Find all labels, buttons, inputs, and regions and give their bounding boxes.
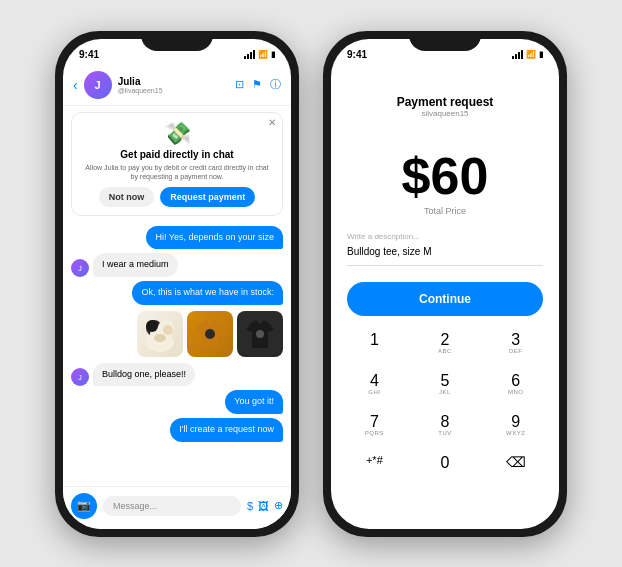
chat-messages: Hi! Yes, depends on your size J I wear a… [63, 222, 291, 446]
flag-icon[interactable]: ⚑ [252, 78, 262, 91]
chat-screen: 9:41 📶 ▮ ‹ J Julia @ [63, 39, 291, 529]
payment-amount-section: $60 Total Price [331, 126, 559, 224]
key-2[interactable]: 2 ABC [410, 324, 481, 363]
key-8-num: 8 [414, 414, 477, 430]
continue-button[interactable]: Continue [347, 282, 543, 316]
payment-username: silvaqueen15 [347, 109, 543, 118]
description-placeholder: Write a description... [347, 232, 543, 241]
wifi-icon-2: 📶 [526, 50, 536, 59]
header-action-icons: ⊡ ⚑ ⓘ [235, 77, 281, 92]
contact-avatar: J [84, 71, 112, 99]
payment-description: Write a description... Bulldog tee, size… [347, 232, 543, 266]
key-2-num: 2 [414, 332, 477, 348]
key-7-num: 7 [343, 414, 406, 430]
info-icon[interactable]: ⓘ [270, 77, 281, 92]
promo-description: Allow Julia to pay you by debit or credi… [82, 163, 272, 181]
message-input[interactable]: Message... [103, 496, 241, 516]
promo-icon: 💸 [82, 121, 272, 147]
numeric-keypad: 1 2 ABC 3 DEF 4 GHI [331, 324, 559, 480]
svg-point-6 [154, 334, 166, 342]
description-text: Bulldog tee, size M [347, 246, 432, 257]
contact-username: @livaqueen15 [118, 87, 229, 94]
notch-2 [409, 31, 481, 51]
keypad-row-2: 4 GHI 5 JKL 6 MNO [339, 365, 551, 404]
product-image-dog [137, 311, 183, 357]
phone-chat: 9:41 📶 ▮ ‹ J Julia @ [55, 31, 299, 537]
key-8-sub: TUV [414, 430, 477, 437]
status-time: 9:41 [79, 49, 99, 60]
key-4-sub: GHI [343, 389, 406, 396]
key-4[interactable]: 4 GHI [339, 365, 410, 404]
key-3[interactable]: 3 DEF [480, 324, 551, 363]
key-2-sub: ABC [414, 348, 477, 355]
key-5-sub: JKL [414, 389, 477, 396]
message-6: I'll create a request now [170, 418, 283, 442]
key-0[interactable]: 0 [410, 447, 481, 479]
key-9[interactable]: 9 WXYZ [480, 406, 551, 445]
dollar-icon[interactable]: $ [247, 500, 253, 512]
key-7[interactable]: 7 PQRS [339, 406, 410, 445]
message-4: Bulldog one, please!! [93, 363, 195, 387]
chat-header: ‹ J Julia @livaqueen15 ⊡ ⚑ ⓘ [63, 67, 291, 106]
key-special[interactable]: +*# [339, 447, 410, 479]
key-5[interactable]: 5 JKL [410, 365, 481, 404]
msg-avatar-2: J [71, 368, 89, 386]
wifi-icon: 📶 [258, 50, 268, 59]
status-icons-2: 📶 ▮ [512, 50, 543, 59]
phone-payment: 9:41 📶 ▮ Payment request silvaqueen15 [323, 31, 567, 537]
promo-close-button[interactable]: ✕ [268, 117, 276, 128]
key-1-num: 1 [343, 332, 406, 348]
key-7-sub: PQRS [343, 430, 406, 437]
message-1: Hi! Yes, depends on your size [146, 226, 283, 250]
svg-point-5 [163, 325, 173, 335]
message-4-wrapper: J Bulldog one, please!! [71, 363, 283, 387]
battery-icon-2: ▮ [539, 50, 543, 59]
key-0-num: 0 [414, 455, 477, 471]
message-3: Ok, this is what we have in stock: [132, 281, 283, 305]
plus-icon[interactable]: ⊕ [274, 499, 283, 512]
svg-point-8 [256, 330, 264, 338]
product-image-tshirt-black [237, 311, 283, 357]
delete-icon: ⌫ [484, 455, 547, 469]
svg-point-7 [205, 329, 215, 339]
promo-buttons: Not now Request payment [82, 187, 272, 207]
status-time-2: 9:41 [347, 49, 367, 60]
payment-screen: 9:41 📶 ▮ Payment request silvaqueen15 [331, 39, 559, 529]
payment-amount-label: Total Price [347, 206, 543, 216]
video-call-icon[interactable]: ⊡ [235, 78, 244, 91]
key-4-num: 4 [343, 373, 406, 389]
msg-avatar: J [71, 259, 89, 277]
message-2: I wear a medium [93, 253, 178, 277]
key-delete[interactable]: ⌫ [480, 447, 551, 479]
svg-point-4 [146, 320, 158, 332]
not-now-button[interactable]: Not now [99, 187, 155, 207]
payment-header: Payment request silvaqueen15 [331, 67, 559, 126]
message-5: You got it! [225, 390, 283, 414]
camera-button[interactable]: 📷 [71, 493, 97, 519]
back-button[interactable]: ‹ [73, 77, 78, 93]
signal-icon [244, 51, 255, 59]
product-image-tshirt-orange [187, 311, 233, 357]
contact-name: Julia [118, 76, 229, 87]
promo-banner: ✕ 💸 Get paid directly in chat Allow Juli… [71, 112, 283, 216]
payment-amount: $60 [347, 150, 543, 202]
key-special-label: +*# [343, 455, 406, 466]
promo-title: Get paid directly in chat [82, 149, 272, 160]
key-9-sub: WXYZ [484, 430, 547, 437]
key-3-num: 3 [484, 332, 547, 348]
keypad-row-3: 7 PQRS 8 TUV 9 WXYZ [339, 406, 551, 445]
chat-input-bar: 📷 Message... $ 🖼 ⊕ [63, 486, 291, 529]
key-8[interactable]: 8 TUV [410, 406, 481, 445]
image-icon[interactable]: 🖼 [258, 500, 269, 512]
request-payment-button[interactable]: Request payment [160, 187, 255, 207]
signal-icon-2 [512, 51, 523, 59]
key-3-sub: DEF [484, 348, 547, 355]
key-6[interactable]: 6 MNO [480, 365, 551, 404]
payment-title: Payment request [347, 95, 543, 109]
key-1[interactable]: 1 [339, 324, 410, 363]
keypad-row-4: +*# 0 ⌫ [339, 447, 551, 479]
message-2-wrapper: J I wear a medium [71, 253, 283, 277]
key-5-num: 5 [414, 373, 477, 389]
status-icons: 📶 ▮ [244, 50, 275, 59]
keypad-row-1: 1 2 ABC 3 DEF [339, 324, 551, 363]
